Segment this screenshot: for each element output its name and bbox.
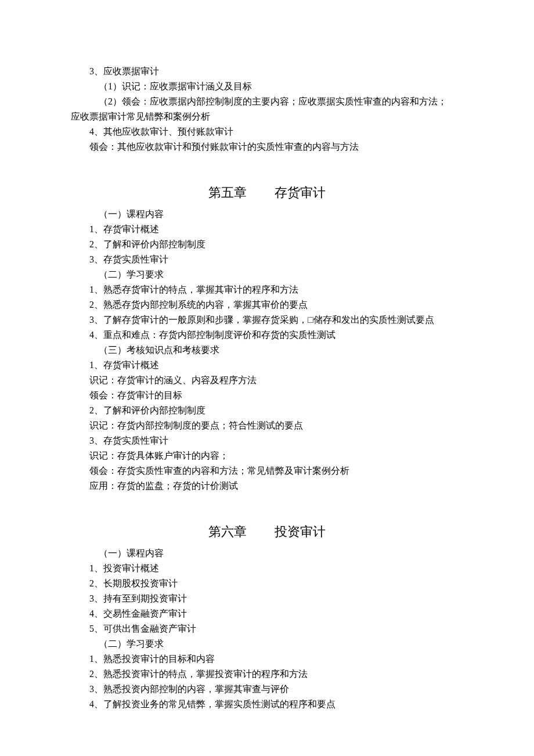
spacer (52, 154, 482, 167)
ch6-a1: 1、投资审计概述 (52, 561, 482, 576)
ch6-b2: 2、熟悉投资审计的特点，掌握投资审计的程序和方法 (52, 667, 482, 682)
ch5-b4: 4、重点和难点：存货内部控制制度评价和存货的实质性测试 (52, 327, 482, 343)
ch5-section-2: （二）学习要求 (52, 267, 482, 282)
ch5-c9: 应用：存货的监盘；存货的计价测试 (52, 478, 482, 494)
ch5-a3: 3、存货实质性审计 (52, 252, 482, 267)
ch5-b3: 3、了解存货审计的一般原则和步骤，掌握存货采购，□储存和发出的实质性测试要点 (52, 312, 482, 327)
intro-line-2: （1）识记：应收票据审计涵义及目标 (52, 79, 482, 94)
chapter-6-number: 第六章 (208, 523, 247, 541)
ch5-c2: 识记：存货审计的涵义、内容及程序方法 (52, 373, 482, 388)
ch5-section-3: （三）考核知识点和考核要求 (52, 343, 482, 358)
intro-line-3: （2）领会：应收票据内部控制制度的主要内容；应收票据实质性审查的内容和方法； (52, 94, 482, 109)
ch6-a3: 3、持有至到期投资审计 (52, 591, 482, 606)
ch5-c8: 领会：存货实质性审查的内容和方法；常见错弊及审计案例分析 (52, 463, 482, 478)
ch6-b1: 1、熟悉投资审计的目标和内容 (52, 651, 482, 667)
spacer (52, 494, 482, 506)
chapter-5-heading: 第五章存货审计 (52, 167, 482, 207)
ch6-section-2: （二）学习要求 (52, 636, 482, 651)
ch5-b2: 2、熟悉存货内部控制系统的内容，掌握其审价的要点 (52, 297, 482, 312)
chapter-6-title: 投资审计 (275, 524, 326, 539)
ch5-c3: 领会：存货审计的目标 (52, 388, 482, 403)
intro-line-1: 3、应收票据审计 (52, 64, 482, 79)
chapter-6-heading: 第六章投资审计 (52, 506, 482, 546)
ch5-c5: 识记：存货内部控制制度的要点；符合性测试的要点 (52, 418, 482, 433)
ch6-b4: 4、了解投资业务的常见错弊，掌握实质性测试的程序和要点 (52, 697, 482, 712)
ch6-a5: 5、可供出售金融资产审计 (52, 621, 482, 636)
intro-line-5: 4、其他应收款审计、预付账款审计 (52, 124, 482, 139)
ch6-a2: 2、长期股权投资审计 (52, 576, 482, 591)
document-page: 3、应收票据审计 （1）识记：应收票据审计涵义及目标 （2）领会：应收票据内部控… (0, 0, 534, 756)
ch6-a4: 4、交易性金融资产审计 (52, 606, 482, 621)
ch5-c7: 识记：存货具体账户审计的内容； (52, 448, 482, 463)
ch6-section-1: （一）课程内容 (52, 546, 482, 561)
ch6-b3: 3、熟悉投资内部控制的内容，掌握其审查与评价 (52, 682, 482, 697)
intro-line-6: 领会：其他应收款审计和预付账款审计的实质性审查的内容与方法 (52, 139, 482, 154)
ch5-b1: 1、熟悉存货审计的特点，掌握其审计的程序和方法 (52, 282, 482, 297)
ch5-a1: 1、存货审计概述 (52, 222, 482, 237)
chapter-5-number: 第五章 (208, 183, 247, 202)
ch5-c1: 1、存货审计概述 (52, 358, 482, 373)
chapter-5-title: 存货审计 (275, 185, 326, 200)
ch5-c4: 2、了解和评价内部控制制度 (52, 403, 482, 418)
ch5-a2: 2、了解和评价内部控制制度 (52, 237, 482, 252)
ch5-c6: 3、存货实质性审计 (52, 433, 482, 448)
ch5-section-1: （一）课程内容 (52, 207, 482, 222)
intro-line-4: 应收票据审计常见错弊和案例分析 (52, 109, 482, 124)
